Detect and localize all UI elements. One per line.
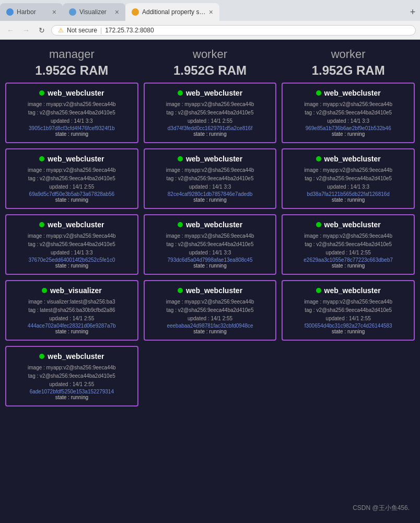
refresh-button[interactable]: ↻ bbox=[36, 24, 48, 37]
service-state-0-0: state : running bbox=[11, 131, 132, 137]
visualizer-tab-label: Visualizer bbox=[79, 8, 112, 16]
service-image-1-1: image : myapp:v2@sha256:9eeca44b bbox=[150, 166, 271, 175]
service-image-2-0: image : myapp:v2@sha256:9eeca44b bbox=[288, 100, 409, 109]
service-card-2-3: web_webcluster image : myapp:v2@sha256:9… bbox=[282, 280, 415, 341]
column-ram-1: 1.952G RAM bbox=[144, 62, 277, 78]
service-updated-0-4: updated : 14/1 2:55 bbox=[11, 380, 132, 389]
service-card-0-2: web_webcluster image : myapp:v2@sha256:9… bbox=[5, 214, 138, 275]
watermark: CSDN @王小鱼456. bbox=[353, 504, 410, 513]
service-updated-1-3: updated : 14/1 2:55 bbox=[150, 315, 271, 323]
new-tab-button[interactable]: + bbox=[405, 5, 420, 19]
service-name-label-1-3: web_webcluster bbox=[186, 286, 242, 295]
harbor-tab-label: Harbor bbox=[17, 8, 49, 16]
service-image-2-2: image : myapp:v2@sha256:9eeca44b bbox=[288, 232, 409, 240]
service-tag-1-2: tag : v2@sha256:9eeca44ba2d410e5 bbox=[150, 240, 271, 249]
service-tag-0-4: tag : v2@sha256:9eeca44ba2d410e5 bbox=[11, 372, 132, 380]
service-name-label-2-2: web_webcluster bbox=[324, 220, 381, 229]
service-tag-2-1: tag : v2@sha256:9eeca44ba2d410e5 bbox=[288, 175, 409, 183]
service-tag-2-3: tag : v2@sha256:9eeca44ba2d410e5 bbox=[288, 306, 409, 315]
service-updated-2-3: updated : 14/1 2:55 bbox=[288, 315, 409, 323]
service-state-2-3: state : running bbox=[288, 329, 409, 334]
status-dot-2-2 bbox=[316, 222, 321, 227]
service-state-0-3: state : running bbox=[11, 329, 132, 334]
browser-chrome: Harbor×Visualizer×Additional property se… bbox=[0, 0, 420, 40]
service-name-label-1-2: web_webcluster bbox=[186, 220, 242, 229]
status-dot-2-1 bbox=[316, 156, 321, 161]
service-hash-0-3: 444ace702a04fec28321d06e9287a7b bbox=[11, 323, 132, 329]
tab-additional[interactable]: Additional property service× bbox=[125, 3, 219, 21]
service-updated-1-2: updated : 14/1 3:3 bbox=[150, 249, 271, 257]
service-hash-0-1: 69a9d5c7df50e3b5ab73a67828ab56 bbox=[11, 191, 132, 197]
service-name-0-2: web_webcluster bbox=[11, 220, 132, 229]
service-state-1-3: state : running bbox=[150, 329, 271, 334]
service-image-0-1: image : myapp:v2@sha256:9eeca44b bbox=[11, 166, 132, 175]
service-tag-1-0: tag : v2@sha256:9eeca44ba2d410e5 bbox=[150, 109, 271, 117]
service-hash-2-3: f300654d4bc31c982a27c4d26144583 bbox=[288, 323, 409, 329]
service-state-0-2: state : running bbox=[11, 263, 132, 269]
service-card-2-1: web_webcluster image : myapp:v2@sha256:9… bbox=[282, 148, 415, 209]
columns-container: manager1.952G RAM web_webcluster image :… bbox=[5, 45, 415, 523]
status-dot-2-3 bbox=[316, 288, 321, 293]
service-name-1-3: web_webcluster bbox=[150, 286, 271, 295]
service-updated-1-0: updated : 14/1 2:55 bbox=[150, 117, 271, 125]
service-card-1-1: web_webcluster image : myapp:v2@sha256:9… bbox=[144, 148, 277, 209]
service-state-1-0: state : running bbox=[150, 131, 271, 137]
service-name-2-1: web_webcluster bbox=[288, 155, 409, 163]
service-name-2-0: web_webcluster bbox=[288, 89, 409, 97]
column-role-2: worker bbox=[282, 47, 415, 62]
address-text: 172.25.73.2:8080 bbox=[105, 27, 154, 34]
service-image-1-2: image : myapp:v2@sha256:9eeca44b bbox=[150, 232, 271, 240]
column-header-1: worker1.952G RAM bbox=[144, 45, 277, 83]
service-image-2-1: image : myapp:v2@sha256:9eeca44b bbox=[288, 166, 409, 175]
back-button[interactable]: ← bbox=[4, 24, 17, 37]
service-state-1-1: state : running bbox=[150, 197, 271, 203]
service-hash-1-1: 82ce4caf9280c1db7857846e7adedb bbox=[150, 191, 271, 197]
tab-harbor[interactable]: Harbor× bbox=[0, 3, 63, 21]
column-2: worker1.952G RAM web_webcluster image : … bbox=[282, 45, 415, 523]
service-hash-0-4: 6ade1072bfdf5250e153a152279314 bbox=[11, 389, 132, 394]
service-state-2-2: state : running bbox=[288, 263, 409, 269]
service-name-label-2-0: web_webcluster bbox=[324, 89, 381, 97]
column-1: worker1.952G RAM web_webcluster image : … bbox=[144, 45, 277, 523]
service-name-label-2-3: web_webcluster bbox=[324, 286, 381, 295]
address-bar[interactable]: ⚠ Not secure | 172.25.73.2:8080 bbox=[51, 25, 416, 36]
additional-tab-close[interactable]: × bbox=[209, 8, 213, 16]
service-card-0-3: web_visualizer image : visualizer:latest… bbox=[5, 280, 138, 341]
service-name-0-4: web_webcluster bbox=[11, 352, 132, 361]
service-state-2-1: state : running bbox=[288, 197, 409, 203]
service-name-label-0-2: web_webcluster bbox=[48, 220, 104, 229]
service-state-0-1: state : running bbox=[11, 197, 132, 203]
service-state-0-4: state : running bbox=[11, 394, 132, 400]
service-image-0-0: image : myapp:v2@sha256:9eeca44b bbox=[11, 100, 132, 109]
service-state-1-2: state : running bbox=[150, 263, 271, 269]
forward-button[interactable]: → bbox=[20, 24, 32, 37]
service-updated-0-1: updated : 14/1 2:55 bbox=[11, 183, 132, 191]
nav-bar: ← → ↻ ⚠ Not secure | 172.25.73.2:8080 bbox=[0, 21, 420, 40]
service-name-label-0-4: web_webcluster bbox=[48, 352, 104, 361]
tab-visualizer[interactable]: Visualizer× bbox=[63, 3, 125, 21]
service-image-2-3: image : myapp:v2@sha256:9eeca44b bbox=[288, 298, 409, 306]
visualizer-tab-icon bbox=[69, 8, 76, 16]
service-name-2-3: web_webcluster bbox=[288, 286, 409, 295]
harbor-tab-close[interactable]: × bbox=[52, 8, 56, 16]
visualizer-tab-close[interactable]: × bbox=[115, 8, 119, 16]
service-name-label-1-0: web_webcluster bbox=[186, 89, 242, 97]
service-image-0-2: image : myapp:v2@sha256:9eeca44b bbox=[11, 232, 132, 240]
column-header-2: worker1.952G RAM bbox=[282, 45, 415, 83]
status-dot-1-3 bbox=[178, 288, 183, 293]
service-name-label-1-1: web_webcluster bbox=[186, 155, 242, 163]
column-role-1: worker bbox=[144, 47, 277, 62]
service-updated-0-2: updated : 14/1 3:3 bbox=[11, 249, 132, 257]
service-name-1-2: web_webcluster bbox=[150, 220, 271, 229]
status-dot-0-0 bbox=[39, 90, 44, 96]
status-dot-1-2 bbox=[178, 222, 183, 227]
service-image-1-0: image : myapp:v2@sha256:9eeca44b bbox=[150, 100, 271, 109]
warning-icon: ⚠ bbox=[58, 27, 64, 34]
service-hash-1-2: 793dc6d5a04d7998afae13ea808c45 bbox=[150, 257, 271, 263]
main-content: manager1.952G RAM web_webcluster image :… bbox=[0, 40, 420, 523]
service-name-0-0: web_webcluster bbox=[11, 89, 132, 97]
service-tag-1-1: tag : v2@sha256:9eeca44ba2d410e5 bbox=[150, 175, 271, 183]
status-dot-1-0 bbox=[178, 90, 183, 96]
column-ram-2: 1.952G RAM bbox=[282, 62, 415, 78]
service-name-1-0: web_webcluster bbox=[150, 89, 271, 97]
